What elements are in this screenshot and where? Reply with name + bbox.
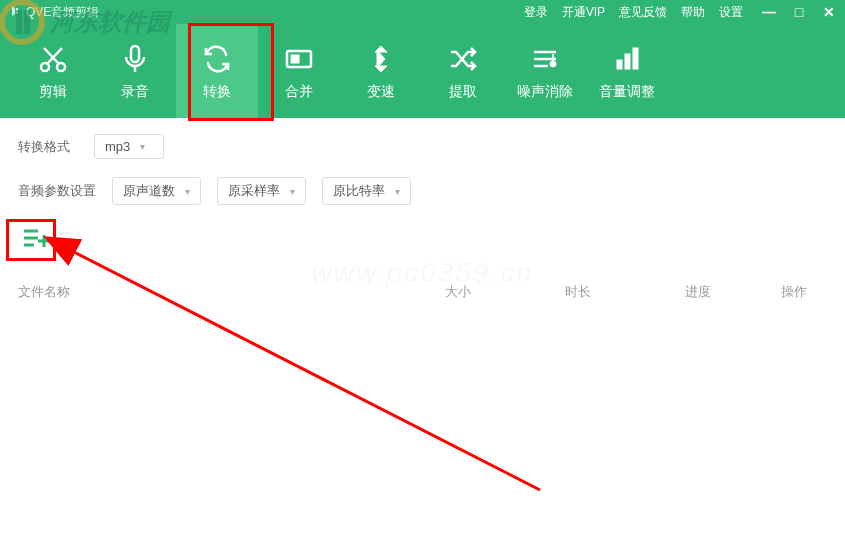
col-filename: 文件名称 bbox=[18, 283, 398, 301]
channels-select[interactable]: 原声道数 ▾ bbox=[112, 177, 201, 205]
tool-edit[interactable]: 剪辑 bbox=[12, 24, 94, 118]
tool-convert-label: 转换 bbox=[203, 83, 231, 101]
caret-icon: ▾ bbox=[395, 186, 400, 197]
format-value: mp3 bbox=[105, 139, 130, 154]
shuffle-icon bbox=[446, 41, 480, 77]
tool-speed[interactable]: 变速 bbox=[340, 24, 422, 118]
microphone-icon bbox=[118, 41, 152, 77]
channels-value: 原声道数 bbox=[123, 182, 175, 200]
tool-extract[interactable]: 提取 bbox=[422, 24, 504, 118]
speed-icon bbox=[364, 41, 398, 77]
col-duration: 时长 bbox=[518, 283, 638, 301]
tool-denoise-label: 噪声消除 bbox=[517, 83, 573, 101]
app-icon bbox=[8, 4, 22, 21]
help-link[interactable]: 帮助 bbox=[681, 4, 705, 21]
svg-rect-22 bbox=[633, 48, 638, 69]
svg-marker-13 bbox=[375, 66, 381, 72]
merge-icon bbox=[282, 41, 316, 77]
audio-params-label: 音频参数设置 bbox=[18, 182, 96, 200]
tool-extract-label: 提取 bbox=[449, 83, 477, 101]
feedback-link[interactable]: 意见反馈 bbox=[619, 4, 667, 21]
col-progress: 进度 bbox=[638, 283, 758, 301]
svg-rect-21 bbox=[625, 54, 630, 69]
svg-marker-14 bbox=[375, 46, 381, 52]
denoise-icon bbox=[528, 41, 562, 77]
app-title: QVE音频剪辑 bbox=[26, 4, 99, 21]
format-label: 转换格式 bbox=[18, 138, 78, 156]
bitrate-select[interactable]: 原比特率 ▾ bbox=[322, 177, 411, 205]
caret-icon: ▾ bbox=[140, 141, 145, 152]
svg-line-3 bbox=[44, 48, 59, 64]
samplerate-value: 原采样率 bbox=[228, 182, 280, 200]
tool-speed-label: 变速 bbox=[367, 83, 395, 101]
tool-merge-label: 合并 bbox=[285, 83, 313, 101]
scissors-icon bbox=[36, 41, 70, 77]
col-size: 大小 bbox=[398, 283, 518, 301]
maximize-button[interactable]: □ bbox=[791, 4, 807, 20]
login-link[interactable]: 登录 bbox=[524, 4, 548, 21]
add-file-button[interactable] bbox=[18, 223, 56, 253]
bitrate-value: 原比特率 bbox=[333, 182, 385, 200]
settings-link[interactable]: 设置 bbox=[719, 4, 743, 21]
convert-icon bbox=[200, 41, 234, 77]
col-action: 操作 bbox=[758, 283, 827, 301]
format-select[interactable]: mp3 ▾ bbox=[94, 134, 164, 159]
tool-denoise[interactable]: 噪声消除 bbox=[504, 24, 586, 118]
samplerate-select[interactable]: 原采样率 ▾ bbox=[217, 177, 306, 205]
svg-line-2 bbox=[47, 48, 62, 64]
svg-rect-7 bbox=[291, 55, 299, 63]
svg-rect-4 bbox=[131, 46, 139, 62]
tool-record[interactable]: 录音 bbox=[94, 24, 176, 118]
svg-marker-11 bbox=[381, 46, 387, 52]
caret-icon: ▾ bbox=[290, 186, 295, 197]
tool-convert[interactable]: 转换 bbox=[176, 24, 258, 118]
svg-marker-12 bbox=[381, 66, 387, 72]
tool-volume[interactable]: 音量调整 bbox=[586, 24, 668, 118]
tool-merge[interactable]: 合并 bbox=[258, 24, 340, 118]
table-header: 文件名称 大小 时长 进度 操作 bbox=[18, 275, 827, 309]
volume-icon bbox=[610, 41, 644, 77]
minimize-button[interactable]: — bbox=[761, 4, 777, 20]
tool-record-label: 录音 bbox=[121, 83, 149, 101]
tool-volume-label: 音量调整 bbox=[599, 83, 655, 101]
close-button[interactable]: ✕ bbox=[821, 4, 837, 20]
caret-icon: ▾ bbox=[185, 186, 190, 197]
svg-rect-20 bbox=[617, 60, 622, 69]
vip-link[interactable]: 开通VIP bbox=[562, 4, 605, 21]
tool-edit-label: 剪辑 bbox=[39, 83, 67, 101]
